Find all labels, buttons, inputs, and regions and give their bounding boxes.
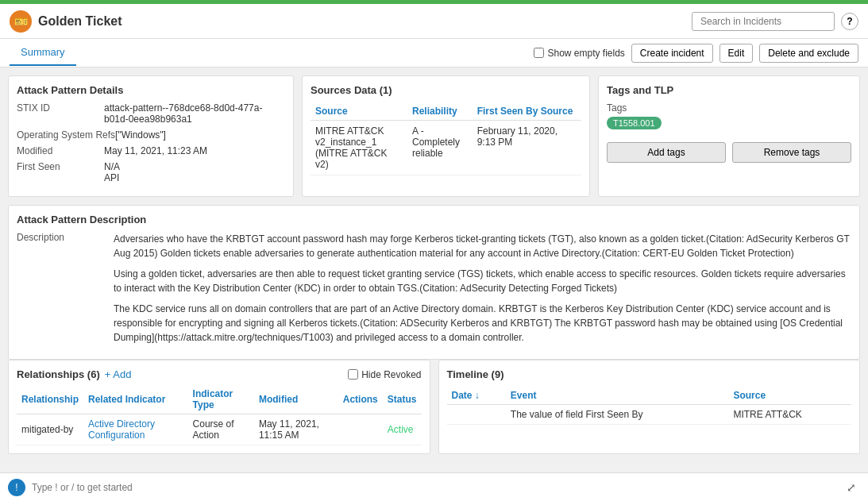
add-tags-button[interactable]: Add tags — [607, 142, 726, 163]
create-incident-button[interactable]: Create incident — [631, 44, 713, 63]
header: 🎫 Golden Ticket ? — [0, 4, 868, 39]
timeline-col-source[interactable]: Source — [728, 387, 851, 405]
rel-col-modified[interactable]: Modified — [254, 385, 338, 414]
rel-col-relationship[interactable]: Relationship — [17, 385, 83, 414]
description-label: Description — [17, 232, 104, 351]
reliability-col-header[interactable]: Reliability — [407, 102, 473, 121]
tabs-actions: Show empty fields Create incident Edit D… — [534, 44, 858, 63]
edit-button[interactable]: Edit — [719, 44, 754, 63]
description-text-block: Adversaries who have the KRBTGT account … — [114, 232, 851, 351]
relationships-header: Relationships (6) + Add Hide Revoked — [17, 368, 422, 380]
help-button[interactable]: ? — [841, 13, 858, 30]
first-seen-cell: February 11, 2020, 9:13 PM — [473, 121, 581, 175]
status-badge: Active — [388, 424, 414, 435]
timeline-row-0: The value of field First Seen By MITRE A… — [447, 405, 852, 425]
app-title: Golden Ticket — [38, 14, 122, 29]
description-card: Attack Pattern Description Description A… — [8, 205, 860, 360]
description-body: Description Adversaries who have the KRB… — [17, 232, 851, 351]
first-seen-label: First Seen — [17, 161, 104, 183]
search-input[interactable] — [692, 12, 835, 31]
tags-buttons: Add tags Remove tags — [607, 142, 851, 163]
rel-indicator-link[interactable]: Active Directory Configuration — [88, 418, 155, 441]
os-refs-label: Operating System Refs — [17, 129, 115, 141]
rel-col-actions[interactable]: Actions — [338, 385, 383, 414]
rel-type-cell: Course of Action — [188, 414, 254, 445]
remove-tags-button[interactable]: Remove tags — [732, 142, 851, 163]
rel-modified-cell: May 11, 2021, 11:15 AM — [254, 414, 338, 445]
relationships-title: Relationships (6) — [17, 368, 100, 380]
desc-para-1: Using a golden ticket, adversaries are t… — [114, 267, 851, 295]
rel-row-0: mitigated-by Active Directory Configurat… — [17, 414, 422, 445]
stix-id-row: STIX ID attack-pattern--768dce68-8d0d-47… — [17, 102, 285, 125]
tabs-bar: Summary Show empty fields Create inciden… — [0, 39, 868, 67]
bottom-section: Relationships (6) + Add Hide Revoked Rel… — [0, 360, 868, 462]
tags-tlp-card: Tags and TLP Tags T1558.001 Add tags Rem… — [598, 75, 860, 197]
header-left: 🎫 Golden Ticket — [10, 10, 122, 33]
rel-relationship-cell: mitigated-by — [17, 414, 83, 445]
delete-exclude-button[interactable]: Delete and exclude — [759, 44, 858, 63]
timeline-col-event[interactable]: Event — [506, 387, 729, 405]
stix-id-value: attack-pattern--768dce68-8d0d-477a-b01d-… — [104, 102, 285, 125]
timeline-event-cell: The value of field First Seen By — [506, 405, 729, 425]
reliability-cell: A - Completely reliable — [407, 121, 473, 175]
page-wrapper: 🎫 Golden Ticket ? Summary Show empty fie… — [0, 0, 868, 501]
add-relationship-link[interactable]: + Add — [105, 368, 132, 380]
desc-para-2: The KDC service runs all on domain contr… — [114, 302, 851, 345]
sources-scroll[interactable]: Source Reliability First Seen By Source — [311, 102, 581, 175]
first-seen-col-header[interactable]: First Seen By Source — [473, 102, 581, 121]
timeline-source-cell: MITRE ATT&CK — [728, 405, 851, 425]
show-empty-fields-checkbox[interactable] — [534, 48, 544, 58]
first-seen-row: First Seen N/A API — [17, 161, 285, 183]
rel-actions-cell — [338, 414, 383, 445]
rel-col-type[interactable]: Indicator Type — [188, 385, 254, 414]
relationships-table: Relationship Related Indicator Indicator… — [17, 385, 422, 445]
timeline-date-cell — [447, 405, 506, 425]
modified-label: Modified — [17, 145, 104, 156]
tags-tlp-title: Tags and TLP — [607, 84, 851, 96]
os-refs-value: ["Windows"] — [115, 129, 166, 141]
source-name-cell: MITRE ATT&CK v2_instance_1 (MITRE ATT&CK… — [311, 121, 407, 175]
timeline-card: Timeline (9) Date ↓ Event Source The val… — [438, 360, 861, 454]
timeline-col-date[interactable]: Date ↓ — [447, 387, 506, 405]
sources-data-card: Sources Data (1) Source Reliability — [302, 75, 590, 197]
expand-icon[interactable]: ⤢ — [843, 479, 860, 496]
rel-col-indicator[interactable]: Related Indicator — [83, 385, 188, 414]
app-icon: 🎫 — [10, 10, 32, 33]
modified-row: Modified May 11, 2021, 11:23 AM — [17, 145, 285, 156]
stix-id-label: STIX ID — [17, 102, 104, 125]
timeline-title: Timeline (9) — [447, 368, 852, 380]
tags-label: Tags — [607, 102, 851, 114]
hide-revoked-label: Hide Revoked — [348, 369, 421, 380]
source-row-0: MITRE ATT&CK v2_instance_1 (MITRE ATT&CK… — [311, 121, 581, 175]
show-empty-fields-label: Show empty fields — [534, 48, 624, 59]
top-cards: Attack Pattern Details STIX ID attack-pa… — [0, 67, 868, 205]
tabs: Summary — [10, 40, 76, 66]
hide-revoked-checkbox[interactable] — [348, 369, 358, 380]
first-seen-value: N/A API — [104, 161, 120, 183]
content-area: Attack Pattern Details STIX ID attack-pa… — [0, 67, 868, 501]
attack-pattern-details-title: Attack Pattern Details — [17, 84, 285, 96]
tab-summary[interactable]: Summary — [10, 40, 76, 66]
sources-table: Source Reliability First Seen By Source — [311, 102, 581, 175]
source-col-header[interactable]: Source — [311, 102, 407, 121]
description-title: Attack Pattern Description — [17, 214, 851, 225]
modified-value: May 11, 2021, 11:23 AM — [104, 145, 207, 156]
os-refs-row: Operating System Refs ["Windows"] — [17, 129, 285, 141]
rel-col-status[interactable]: Status — [383, 385, 422, 414]
timeline-table: Date ↓ Event Source The value of field F… — [447, 387, 852, 425]
tag-badge[interactable]: T1558.001 — [607, 117, 662, 129]
rel-indicator-cell: Active Directory Configuration — [83, 414, 188, 445]
relationships-card: Relationships (6) + Add Hide Revoked Rel… — [8, 360, 430, 454]
footer-input[interactable] — [32, 482, 836, 493]
footer-right: ⤢ — [843, 479, 860, 496]
rel-status-cell: Active — [383, 414, 422, 445]
sources-data-title: Sources Data (1) — [311, 84, 581, 96]
attack-pattern-details-card: Attack Pattern Details STIX ID attack-pa… — [8, 75, 294, 197]
desc-para-0: Adversaries who have the KRBTGT account … — [114, 232, 851, 260]
footer: ! ⤢ — [0, 472, 868, 501]
footer-alert-icon[interactable]: ! — [8, 479, 25, 496]
header-right: ? — [692, 12, 858, 31]
